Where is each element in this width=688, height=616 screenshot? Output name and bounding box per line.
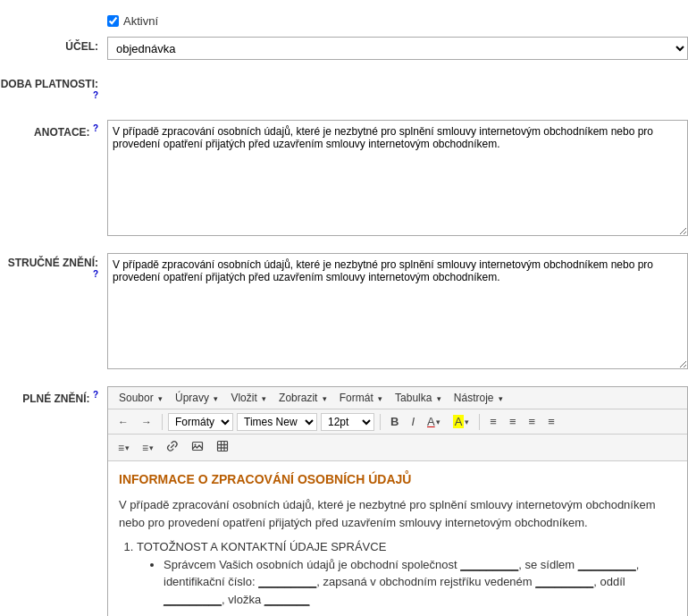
align-left-button[interactable]: ≡ (485, 412, 501, 431)
editor-toolbar-1: ← → Formáty Times New ... 12pt B I (108, 409, 687, 435)
strucne-zneni-tooltip[interactable]: ? (93, 269, 98, 279)
plne-zneni-label: PLNÉ ZNĚNÍ: ? (0, 386, 107, 405)
svg-rect-2 (218, 442, 228, 451)
font-select[interactable]: Times New ... (237, 413, 317, 431)
strucne-zneni-textarea[interactable]: V případě zpracování osobních údajů, kte… (107, 253, 688, 369)
link-button[interactable] (162, 437, 183, 458)
menu-nastroje[interactable]: Nástroje ▾ (449, 390, 508, 406)
editor-bulleted-list: Správcem Vašich osobních údajů je obchod… (164, 556, 676, 609)
editor-toolbar-2: ≡▾ ≡▾ (108, 435, 687, 461)
plne-zneni-row: PLNÉ ZNĚNÍ: ? Soubor ▾ Úpravy ▾ Vložit ▾… (0, 383, 688, 616)
font-color-button[interactable]: A ▾ (423, 412, 445, 431)
editor-menubar: Soubor ▾ Úpravy ▾ Vložit ▾ Zobrazit ▾ Fo… (108, 387, 687, 409)
redo-button[interactable]: → (137, 413, 156, 431)
ucel-select[interactable]: objednávka (107, 37, 688, 60)
editor-title: INFORMACE O ZPRACOVÁNÍ OSOBNÍCH ÚDAJŮ (119, 470, 676, 489)
list-item: TOTOŽNOST A KONTAKTNÍ ÚDAJE SPRÁVCE Sprá… (137, 538, 676, 608)
formaty-select[interactable]: Formáty (168, 413, 233, 431)
editor-paragraph: V případě zpracování osobních údajů, kte… (119, 496, 676, 531)
ucel-control: objednávka (107, 37, 688, 60)
editor-body[interactable]: INFORMACE O ZPRACOVÁNÍ OSOBNÍCH ÚDAJŮ V … (108, 461, 687, 616)
menu-tabulka[interactable]: Tabulka ▾ (390, 390, 447, 406)
doba-platnosti-row: DOBA PLATNOSTI: ? (0, 71, 688, 109)
strucne-zneni-row: STRUČNÉ ZNĚNÍ: ? V případě zpracování os… (0, 249, 688, 376)
editor-container: Soubor ▾ Úpravy ▾ Vložit ▾ Zobrazit ▾ Fo… (107, 386, 688, 616)
aktivni-row: Aktivní (0, 9, 688, 33)
table-button[interactable] (212, 437, 233, 458)
align-justify-button[interactable]: ≡ (543, 412, 559, 431)
menu-upravy[interactable]: Úpravy ▾ (170, 390, 223, 406)
svg-point-1 (195, 444, 197, 446)
plne-zneni-tooltip[interactable]: ? (93, 390, 98, 400)
strucne-zneni-label: STRUČNÉ ZNĚNÍ: ? (0, 253, 107, 284)
toolbar-separator-3 (479, 414, 480, 430)
editor-numbered-list: TOTOŽNOST A KONTAKTNÍ ÚDAJE SPRÁVCE Sprá… (137, 538, 676, 608)
undo-button[interactable]: ← (113, 413, 133, 431)
bold-button[interactable]: B (386, 412, 403, 431)
page-container: Aktivní ÚČEL: objednávka DOBA PLATNOSTI:… (0, 0, 688, 616)
bullet-item: Správcem Vašich osobních údajů je obchod… (164, 556, 676, 609)
toolbar-separator-2 (380, 414, 381, 430)
anotace-control: V případě zpracování osobních údajů, kte… (107, 120, 688, 239)
highlight-button[interactable]: A ▾ (449, 412, 474, 431)
menu-vlozit[interactable]: Vložit ▾ (225, 390, 272, 406)
aktivni-checkbox[interactable] (107, 15, 119, 27)
list-number-button[interactable]: ≡▾ (138, 439, 158, 457)
strucne-zneni-control: V případě zpracování osobních údajů, kte… (107, 253, 688, 372)
svg-rect-0 (193, 443, 203, 451)
anotace-textarea[interactable]: V případě zpracování osobních údajů, kte… (107, 120, 688, 236)
ucel-label: ÚČEL: (0, 37, 107, 53)
list-bullet-button[interactable]: ≡▾ (113, 439, 134, 457)
align-center-button[interactable]: ≡ (505, 412, 521, 431)
align-right-button[interactable]: ≡ (524, 412, 541, 431)
doba-platnosti-label: DOBA PLATNOSTI: ? (0, 74, 107, 105)
plne-zneni-control: Soubor ▾ Úpravy ▾ Vložit ▾ Zobrazit ▾ Fo… (107, 386, 688, 616)
list-item-text: TOTOŽNOST A KONTAKTNÍ ÚDAJE SPRÁVCE (137, 540, 386, 553)
menu-soubor[interactable]: Soubor ▾ (113, 390, 168, 406)
aktivni-label: Aktivní (123, 14, 158, 28)
anotace-row: ANOTACE: ? V případě zpracování osobních… (0, 116, 688, 242)
menu-zobrazit[interactable]: Zobrazit ▾ (273, 390, 332, 406)
italic-button[interactable]: I (407, 412, 419, 431)
anotace-tooltip[interactable]: ? (93, 123, 98, 133)
toolbar-separator-1 (162, 414, 163, 430)
fontsize-select[interactable]: 12pt (321, 413, 374, 431)
image-button[interactable] (187, 437, 208, 458)
bullet-text: Správcem Vašich osobních údajů je obchod… (164, 558, 639, 606)
doba-platnosti-tooltip[interactable]: ? (93, 90, 98, 100)
anotace-label: ANOTACE: ? (0, 120, 107, 139)
ucel-row: ÚČEL: objednávka (0, 33, 688, 63)
menu-format[interactable]: Formát ▾ (334, 390, 388, 406)
